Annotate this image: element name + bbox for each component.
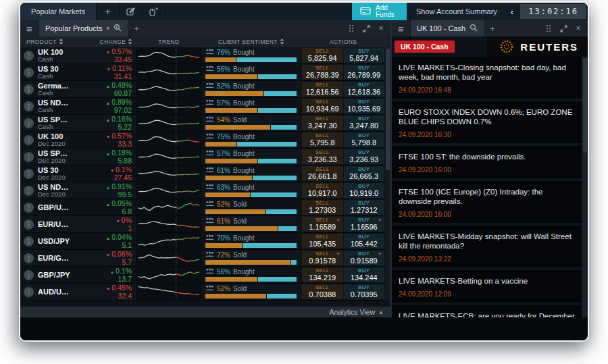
buy-button[interactable]: BUY26,665.3 xyxy=(344,166,385,181)
workspace-tab-popular-markets[interactable]: Popular Markets xyxy=(20,3,97,20)
row-menu-button[interactable]: ⋮ xyxy=(24,219,34,230)
row-menu-button[interactable]: ⋮ xyxy=(24,203,34,213)
add-funds-button[interactable]: Add Funds xyxy=(352,3,407,20)
buy-button[interactable]: BUY12,618.36 xyxy=(344,82,385,97)
scrollbar-thumb[interactable] xyxy=(386,49,390,170)
table-row[interactable]: ⋮US ND…Dec 2020▲0.91%99.563%BoughtSELL10… xyxy=(20,182,385,199)
row-menu-button[interactable]: ⋮ xyxy=(24,152,34,162)
sell-button[interactable]: SELL26,788.39 xyxy=(302,65,343,80)
news-item[interactable]: EURO STOXX INDEX DOWN 0.6%; EURO ZONE BL… xyxy=(392,101,582,143)
row-menu-button[interactable]: ⋮ xyxy=(24,68,34,78)
table-row[interactable]: ⋮UK 100Dec 2020▼0.57%33.375%BoughtSELL5,… xyxy=(20,132,385,149)
row-menu-button[interactable]: ⋮ xyxy=(24,270,34,280)
edit-workspace-icon[interactable] xyxy=(120,3,143,20)
row-menu-button[interactable]: ⋮ xyxy=(24,169,34,179)
column-header-change[interactable]: CHANGE xyxy=(96,38,136,46)
news-scrollbar[interactable] xyxy=(582,57,588,317)
table-row[interactable]: ⋮US 30Dec 2020▼0.1%27.4561%BoughtSELL26,… xyxy=(20,165,385,182)
chevron-down-icon[interactable]: ▾ xyxy=(106,25,109,32)
buy-button[interactable]: BUY5,798.8 xyxy=(344,132,385,147)
panel-options-icon[interactable] xyxy=(542,20,555,36)
sentiment-percent: 61% xyxy=(217,167,230,174)
add-tab-button[interactable]: + xyxy=(128,20,145,36)
zoom-in-icon[interactable] xyxy=(113,24,122,33)
row-menu-button[interactable]: ⋮ xyxy=(24,253,34,263)
sell-button[interactable]: SELL5,795.8 xyxy=(302,132,343,147)
analytics-view-toggle[interactable]: Analytics View ▲ xyxy=(20,307,390,317)
buy-button[interactable]: BUY5,827.94 xyxy=(344,48,385,63)
buy-button[interactable]: BUY1.16596▼ xyxy=(344,217,385,232)
row-menu-button[interactable]: ⋮ xyxy=(24,236,34,246)
watchlist-scrollbar[interactable] xyxy=(385,47,390,301)
tab-uk100-cash[interactable]: UK 100 - Cash xyxy=(411,20,484,36)
table-row[interactable]: ⋮Germa…Cash▲0.48%60.8752%BoughtSELL12,61… xyxy=(20,81,385,98)
column-header-client-sentiment[interactable]: CLIENT SENTIMENT xyxy=(201,38,301,46)
table-row[interactable]: ⋮US 30Cash▼0.11%31.4156%BoughtSELL26,788… xyxy=(20,64,385,81)
row-menu-button[interactable]: ⋮ xyxy=(24,135,34,145)
buy-button[interactable]: BUY10,935.69 xyxy=(344,99,385,113)
buy-button[interactable]: BUY26,789.99 xyxy=(344,65,385,80)
sell-button[interactable]: SELL3,247.30 xyxy=(302,115,343,130)
show-account-summary-button[interactable]: Show Account Summary xyxy=(407,3,507,20)
news-item[interactable]: LIVE MARKETS-ECB: are you ready for Dece… xyxy=(392,305,582,317)
sell-button[interactable]: SELL0.91578▼ xyxy=(302,251,343,265)
row-menu-button[interactable]: ⋮ xyxy=(24,287,34,297)
sell-button[interactable]: SELL1.16589▼ xyxy=(302,217,343,232)
buy-button[interactable]: BUY134.244 xyxy=(344,267,385,282)
expand-icon[interactable] xyxy=(557,20,570,36)
table-row[interactable]: ⋮US SP…Cash▲0.16%5.2254%SoldSELL3,247.30… xyxy=(20,115,385,132)
sell-button[interactable]: SELL134.219 xyxy=(302,267,343,282)
reuters-wordmark: REUTERS xyxy=(520,41,578,53)
expand-icon[interactable] xyxy=(359,20,373,36)
add-workspace-button[interactable]: + xyxy=(97,3,120,20)
sell-button[interactable]: SELL10,917.0 xyxy=(302,183,343,198)
row-menu-button[interactable]: ⋮ xyxy=(24,186,34,196)
news-item[interactable]: LIVE MARKETS-Closing snapshot: bad day, … xyxy=(392,57,582,99)
table-row[interactable]: ⋮USD/JPY▲0.04%5.170%BoughtSELL105.435BUY… xyxy=(20,233,385,250)
sell-button[interactable]: SELL0.70388 xyxy=(302,284,343,299)
row-menu-button[interactable]: ⋮ xyxy=(24,51,34,61)
add-tab-button[interactable]: + xyxy=(484,20,501,36)
buy-button[interactable]: BUY10,919.0 xyxy=(344,183,385,198)
sell-button[interactable]: SELL26,661.8 xyxy=(302,166,343,181)
mouse-add-icon[interactable] xyxy=(143,3,166,20)
table-row[interactable]: ⋮EUR/G…▼0.06%5.772%SoldSELL0.91578▼BUY0.… xyxy=(20,250,385,267)
panel-menu-icon[interactable]: ≡ xyxy=(392,20,411,36)
buy-button[interactable]: BUY3,247.80 xyxy=(344,115,385,130)
buy-button[interactable]: BUY105.442 xyxy=(344,234,385,249)
news-item[interactable]: FTSE 100 (ICE Europe) (Z0) Intraday: the… xyxy=(392,181,582,223)
tab-popular-products[interactable]: Popular Products ▾ xyxy=(39,20,128,36)
table-row[interactable]: ⋮GBP/JPY▲0.1%13.756%BoughtSELL134.219BUY… xyxy=(20,267,385,284)
table-row[interactable]: ⋮UK 100Cash▼0.57%33.4576%BoughtSELL5,825… xyxy=(20,47,385,64)
table-row[interactable]: ⋮EUR/U…▼0%161%SoldSELL1.16589▼BUY1.16596… xyxy=(20,216,385,233)
row-menu-button[interactable]: ⋮ xyxy=(24,84,34,95)
sell-button[interactable]: SELL5,825.94 xyxy=(302,48,343,63)
scrollbar-thumb[interactable] xyxy=(583,58,587,153)
sell-button[interactable]: SELL105.435 xyxy=(302,234,343,249)
table-row[interactable]: ⋮US SP…Dec 2020▲0.18%5.8857%BoughtSELL3,… xyxy=(20,149,385,165)
news-item[interactable]: LIVE MARKETS-Betting on a vaccine24.09.2… xyxy=(392,270,582,303)
search-icon[interactable] xyxy=(470,24,478,33)
sell-button[interactable]: SELL3,236.33 xyxy=(302,149,343,164)
buy-button[interactable]: BUY3,236.93 xyxy=(344,149,385,164)
sell-button[interactable]: SELL10,934.69 xyxy=(302,99,343,113)
close-icon[interactable]: × xyxy=(374,20,388,36)
sell-button[interactable]: SELL12,616.56 xyxy=(302,82,343,97)
buy-button[interactable]: BUY0.70395 xyxy=(344,284,385,299)
table-row[interactable]: ⋮AUD/U…▼0.45%32.452%SoldSELL0.70388BUY0.… xyxy=(20,284,385,301)
news-item[interactable]: FTSE 100 ST: the downside prevails.24.09… xyxy=(392,146,582,178)
panel-menu-icon[interactable]: ≡ xyxy=(20,20,39,36)
table-row[interactable]: ⋮US ND…Cash▲0.89%97.0257%BoughtSELL10,93… xyxy=(20,98,385,115)
panel-options-icon[interactable] xyxy=(345,20,358,36)
buy-button[interactable]: BUY0.91589▼ xyxy=(344,251,385,265)
row-menu-button[interactable]: ⋮ xyxy=(24,118,34,128)
row-menu-button[interactable]: ⋮ xyxy=(24,101,34,111)
actions-cell: SELL10,934.69BUY10,935.69 xyxy=(301,98,385,114)
buy-button[interactable]: BUY1.27312 xyxy=(344,200,385,215)
news-item[interactable]: LIVE MARKETS-Midday snapshot: will Wall … xyxy=(392,226,582,267)
table-row[interactable]: ⋮GBP/U…▲0.05%6.852%SoldSELL1.27303BUY1.2… xyxy=(20,199,385,216)
column-header-product[interactable]: PRODUCT xyxy=(20,38,96,46)
close-icon[interactable]: × xyxy=(572,20,585,36)
chevron-left-icon[interactable]: ‹ xyxy=(507,3,517,20)
sell-button[interactable]: SELL1.27303 xyxy=(302,200,343,215)
